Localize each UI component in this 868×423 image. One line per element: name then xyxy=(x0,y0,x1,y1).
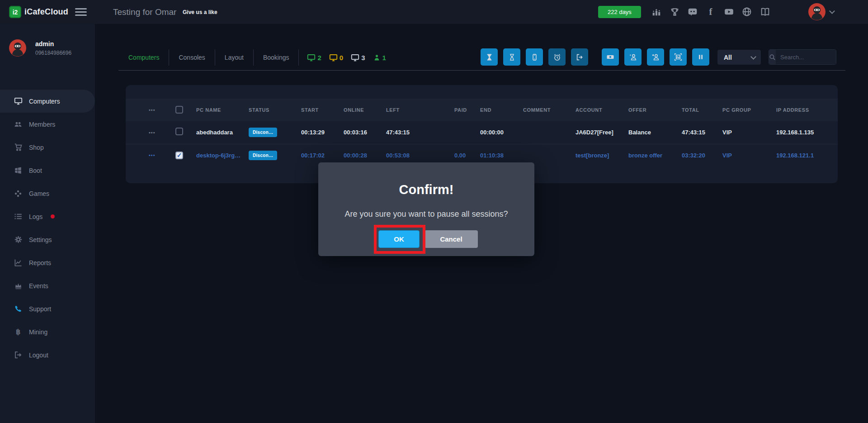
sidebar-item-label: Computers xyxy=(29,98,60,105)
user-phone: 096184986696 xyxy=(35,50,71,56)
search-input[interactable] xyxy=(776,50,836,64)
trophy-icon[interactable] xyxy=(669,5,680,18)
col-header-status: STATUS xyxy=(249,107,301,113)
cell-ip-address: 192.168.121.1 xyxy=(776,152,838,159)
tab-layout[interactable]: Layout xyxy=(215,54,253,61)
sidebar-item-label: Support xyxy=(29,305,51,313)
row-menu-dots[interactable]: ••• xyxy=(126,152,175,158)
row-checkbox-checked[interactable]: ✓ xyxy=(175,152,183,159)
monitor-icon xyxy=(329,53,338,62)
brand-logo[interactable]: i2 iCafeCloud xyxy=(9,6,68,18)
tab-consoles[interactable]: Consoles xyxy=(169,54,214,61)
give-us-a-like-link[interactable]: Give us a like xyxy=(183,9,217,15)
sidebar-menu: Computers Members Shop Boot Games Logs xyxy=(0,90,95,366)
hamburger-menu-icon[interactable] xyxy=(75,8,87,18)
sidebar-user-block[interactable]: admin 096184986696 xyxy=(9,39,71,57)
monitor-icon xyxy=(351,53,359,62)
col-header-online: ONLINE xyxy=(344,107,386,113)
user-plus-button[interactable] xyxy=(647,48,664,66)
cell-online: 00:03:16 xyxy=(344,129,386,136)
cell-paid: 0.00 xyxy=(454,152,480,159)
pause-all-button[interactable] xyxy=(692,48,709,66)
counter-pcs-idle[interactable]: 0 xyxy=(329,53,343,62)
logs-alert-dot xyxy=(51,214,55,219)
sidebar-item-reports[interactable]: Reports xyxy=(0,251,95,274)
sidebar-item-logs[interactable]: Logs xyxy=(0,205,95,228)
days-remaining-badge[interactable]: 222 days xyxy=(598,6,641,18)
sidebar-item-computers[interactable]: Computers xyxy=(0,90,95,113)
header-menu-dots[interactable]: ••• xyxy=(126,107,175,113)
sidebar-item-support[interactable]: Support xyxy=(0,297,95,320)
users-icon xyxy=(14,120,23,129)
dialog-title: Confirm! xyxy=(318,182,534,197)
screenshot-button[interactable] xyxy=(670,48,687,66)
sidebar-item-games[interactable]: Games xyxy=(0,182,95,205)
sidebar-item-shop[interactable]: Shop xyxy=(0,136,95,159)
col-header-paid: PAID xyxy=(454,107,480,113)
sidebar-item-label: Boot xyxy=(29,167,42,174)
sidebar-item-label: Settings xyxy=(29,236,52,243)
signout-icon xyxy=(14,351,23,360)
list-icon xyxy=(14,212,23,221)
cell-ip-address: 192.168.1.135 xyxy=(776,129,838,136)
cell-pc-group: VIP xyxy=(722,152,776,159)
select-all-checkbox[interactable] xyxy=(175,106,183,114)
discord-icon[interactable] xyxy=(687,5,698,18)
status-counters: 2 0 3 1 xyxy=(307,53,386,62)
counter-pcs-offline[interactable]: 3 xyxy=(351,53,365,62)
facebook-icon[interactable]: f xyxy=(705,5,716,18)
logout-sessions-button[interactable] xyxy=(571,48,588,66)
globe-icon[interactable] xyxy=(741,5,752,18)
device-button[interactable] xyxy=(526,48,543,66)
tab-computers[interactable]: Computers xyxy=(128,54,169,61)
cell-end: 01:10:38 xyxy=(480,152,523,159)
ninja-avatar-icon xyxy=(9,39,26,57)
counter-members-online[interactable]: 1 xyxy=(373,54,386,62)
cell-account: test[bronze] xyxy=(576,152,628,159)
table-header-row: ••• PC NAME STATUS START ONLINE LEFT PAI… xyxy=(126,99,838,121)
sidebar-item-label: Logs xyxy=(29,213,42,220)
tab-bookings[interactable]: Bookings xyxy=(254,54,299,61)
table-row-abedhaddara: ••• abedhaddara Discon… 00:13:29 00:03:1… xyxy=(126,121,838,144)
chevron-down-icon xyxy=(829,8,835,14)
cell-pc-name[interactable]: desktop-6j3rg… xyxy=(196,152,249,159)
chart-line-icon xyxy=(14,258,23,267)
cell-left: 00:53:08 xyxy=(386,152,454,159)
hourglass-outline-button[interactable] xyxy=(503,48,520,66)
sidebar-item-label: Events xyxy=(29,282,48,290)
app-root: i2 iCafeCloud Testing for Omar Give us a… xyxy=(0,0,868,423)
ranking-icon[interactable] xyxy=(651,5,662,18)
brand-logo-icon: i2 xyxy=(9,6,21,18)
filter-value: All xyxy=(724,54,751,61)
sidebar-item-mining[interactable]: ฿ Mining xyxy=(0,320,95,343)
sidebar-item-members[interactable]: Members xyxy=(0,113,95,136)
cell-offer: Balance xyxy=(628,129,682,136)
cash-button[interactable] xyxy=(602,48,619,66)
tab-separator xyxy=(298,49,299,66)
sidebar-item-label: Shop xyxy=(29,144,44,151)
cell-pc-group: VIP xyxy=(722,129,776,136)
user-avatar-menu[interactable] xyxy=(808,3,834,20)
sidebar-item-settings[interactable]: Settings xyxy=(0,228,95,251)
sidebar-item-events[interactable]: Events xyxy=(0,274,95,297)
row-menu-dots[interactable]: ••• xyxy=(126,130,175,135)
toolbar-divider xyxy=(118,70,845,71)
sidebar-item-logout[interactable]: Logout xyxy=(0,343,95,366)
hourglass-filled-button[interactable] xyxy=(481,48,498,66)
ok-button[interactable]: OK xyxy=(378,230,420,248)
user-star-button[interactable] xyxy=(624,48,642,66)
status-badge: Discon… xyxy=(249,128,277,137)
alarm-timer-button[interactable] xyxy=(548,48,566,66)
phone-icon xyxy=(14,304,23,314)
group-filter-select[interactable]: All xyxy=(717,50,761,65)
table-body: ••• abedhaddara Discon… 00:13:29 00:03:1… xyxy=(126,121,838,166)
row-checkbox[interactable] xyxy=(175,128,183,135)
guide-book-icon[interactable] xyxy=(760,5,770,18)
sidebar-item-boot[interactable]: Boot xyxy=(0,159,95,182)
cell-total: 03:32:20 xyxy=(682,152,722,159)
cancel-button[interactable]: Cancel xyxy=(425,230,478,248)
youtube-icon[interactable] xyxy=(723,5,734,18)
cell-total: 47:43:15 xyxy=(682,129,722,136)
cell-pc-name[interactable]: abedhaddara xyxy=(196,129,249,136)
counter-pcs-online[interactable]: 2 xyxy=(307,53,321,62)
